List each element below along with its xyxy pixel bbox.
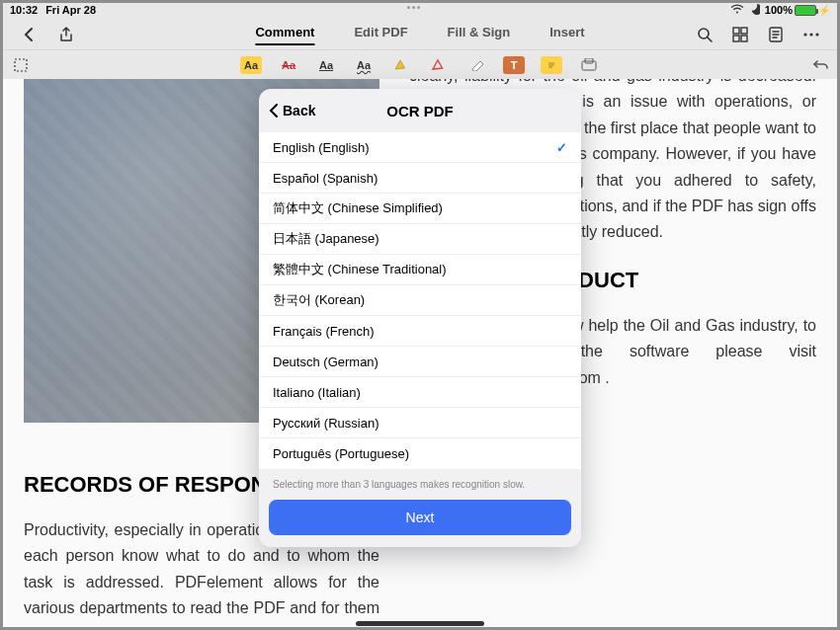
markup-toolbar: Aa Aa Aa Aa T xyxy=(0,49,840,79)
battery-text: 100% xyxy=(765,4,793,16)
stamp-button[interactable] xyxy=(578,56,600,74)
squiggly-button[interactable]: Aa xyxy=(353,56,375,74)
svg-rect-9 xyxy=(15,59,27,71)
sticky-note-button[interactable] xyxy=(541,56,562,74)
home-indicator[interactable] xyxy=(356,621,484,626)
lang-row-italian[interactable]: Italiano (Italian) xyxy=(259,377,581,408)
pen-button[interactable] xyxy=(428,56,450,74)
lang-row-chinese-t[interactable]: 繁體中文 (Chinese Traditional) xyxy=(259,255,581,285)
svg-rect-2 xyxy=(741,28,747,34)
share-icon[interactable] xyxy=(57,26,75,43)
svg-rect-1 xyxy=(733,28,739,34)
tab-comment[interactable]: Comment xyxy=(255,25,314,45)
lang-label: 简体中文 (Chinese Simplified) xyxy=(273,199,443,217)
wifi-icon xyxy=(730,4,744,16)
back-icon[interactable] xyxy=(20,26,38,43)
lang-row-chinese-s[interactable]: 简体中文 (Chinese Simplified) xyxy=(259,194,581,224)
lang-row-portuguese[interactable]: Português (Portuguese) xyxy=(259,438,581,469)
ocr-title: OCR PDF xyxy=(386,103,454,119)
language-list: English (English)✓ Español (Spanish) 简体中… xyxy=(259,132,581,469)
svg-rect-3 xyxy=(733,36,739,41)
lang-row-french[interactable]: Français (French) xyxy=(259,316,581,347)
tab-insert[interactable]: Insert xyxy=(549,25,584,45)
eraser-button[interactable] xyxy=(465,56,487,74)
undo-icon[interactable] xyxy=(810,56,828,74)
bookmarks-icon[interactable] xyxy=(767,26,785,43)
lang-label: Italiano (Italian) xyxy=(273,385,361,400)
highlight-button[interactable]: Aa xyxy=(240,56,262,74)
search-icon[interactable] xyxy=(696,26,714,43)
lang-label: Português (Portuguese) xyxy=(273,446,409,461)
moon-icon xyxy=(749,4,760,17)
lang-row-english[interactable]: English (English)✓ xyxy=(259,132,581,163)
charging-icon: ⚡ xyxy=(818,5,830,16)
ocr-back-label: Back xyxy=(283,103,315,118)
strikethrough-button[interactable]: Aa xyxy=(278,56,299,74)
top-toolbar: Comment Edit PDF Fill & Sign Insert xyxy=(0,20,840,49)
svg-rect-4 xyxy=(741,36,747,41)
ocr-back-button[interactable]: Back xyxy=(269,89,315,132)
status-bar: 10:32 Fri Apr 28 100% ⚡ xyxy=(0,0,840,20)
check-icon: ✓ xyxy=(556,140,567,155)
text-box-button[interactable]: T xyxy=(503,56,525,74)
status-time: 10:32 xyxy=(10,4,38,16)
crop-icon[interactable] xyxy=(12,56,30,74)
area-highlight-button[interactable] xyxy=(390,56,412,74)
lang-label: English (English) xyxy=(273,140,370,155)
svg-point-7 xyxy=(809,33,812,36)
underline-button[interactable]: Aa xyxy=(315,56,337,74)
svg-rect-11 xyxy=(582,61,596,70)
lang-label: Русский (Russian) xyxy=(273,416,378,431)
more-icon[interactable] xyxy=(802,26,820,43)
lang-label: Español (Spanish) xyxy=(273,171,378,186)
lang-label: 한국어 (Korean) xyxy=(273,291,365,309)
lang-row-japanese[interactable]: 日本語 (Japanese) xyxy=(259,224,581,255)
ocr-header: Back OCR PDF xyxy=(259,89,581,132)
ocr-next-button[interactable]: Next xyxy=(269,500,571,535)
multitask-dots-icon[interactable] xyxy=(407,6,433,10)
status-date: Fri Apr 28 xyxy=(45,4,96,16)
svg-point-8 xyxy=(815,33,818,36)
lang-label: 繁體中文 (Chinese Traditional) xyxy=(273,261,447,278)
lang-label: 日本語 (Japanese) xyxy=(273,230,379,248)
lang-label: Deutsch (German) xyxy=(273,354,378,369)
lang-row-russian[interactable]: Русский (Russian) xyxy=(259,408,581,438)
ocr-modal: Back OCR PDF English (English)✓ Español … xyxy=(259,89,581,547)
svg-point-6 xyxy=(803,33,806,36)
battery-indicator: 100% ⚡ xyxy=(765,4,830,16)
lang-row-spanish[interactable]: Español (Spanish) xyxy=(259,163,581,194)
tab-fill-sign[interactable]: Fill & Sign xyxy=(448,25,511,45)
tab-edit-pdf[interactable]: Edit PDF xyxy=(354,25,407,45)
ocr-footnote: Selecting more than 3 languages makes re… xyxy=(259,469,581,496)
lang-row-korean[interactable]: 한국어 (Korean) xyxy=(259,285,581,316)
thumbnails-icon[interactable] xyxy=(731,26,749,43)
lang-label: Français (French) xyxy=(273,324,375,339)
lang-row-german[interactable]: Deutsch (German) xyxy=(259,347,581,377)
